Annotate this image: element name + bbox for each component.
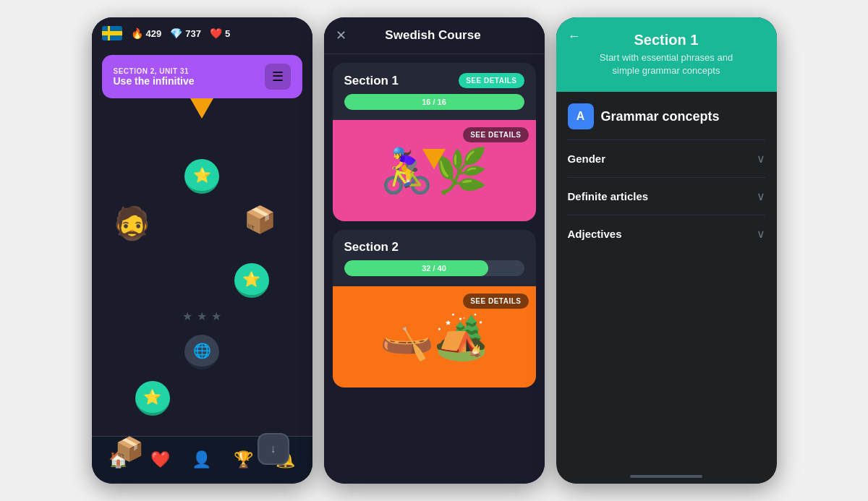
detail-header: ← Section 1 Start with essential phrases… [556, 17, 777, 92]
close-button[interactable]: ✕ [336, 27, 346, 43]
section-2-name: Section 2 [344, 240, 399, 254]
section-1-image: 🚴‍♀️🌿 SEE DETAILS [333, 120, 536, 221]
unit-notification[interactable]: SECTION 2, UNIT 31 Use the infinitive ☰ [102, 55, 302, 98]
grammar-section-header: A Grammar concepts [568, 103, 765, 129]
section-1-see-details[interactable]: SEE DETAILS [459, 73, 524, 88]
concept-gender[interactable]: Gender ∨ [568, 140, 765, 177]
notification-label: SECTION 2, UNIT 31 [114, 67, 195, 75]
grammar-icon: A [568, 103, 594, 129]
arrow-pointer [190, 98, 213, 119]
streak-icon: 🔥 [131, 27, 143, 39]
detail-section-title: Section 1 [568, 32, 765, 48]
home-indicator [92, 482, 312, 484]
game-map-screen: 🔥 429 💎 737 ❤️ 5 SECTION 2, UNIT 31 Use … [92, 17, 312, 484]
detail-content: A Grammar concepts Gender ∨ Definite art… [556, 92, 777, 264]
course-content: Section 1 SEE DETAILS 16 / 16 🚴‍♀️🌿 SEE … [324, 54, 545, 480]
section-2-image: 🛶🏕️ SEE DETAILS [333, 286, 536, 387]
section-detail-screen: ← Section 1 Start with essential phrases… [556, 17, 777, 484]
section-1-info: Section 1 SEE DETAILS 16 / 16 [333, 63, 536, 120]
section-2-progress: 32 / 40 [344, 264, 524, 273]
section-2-image-overlay: SEE DETAILS [463, 294, 528, 307]
stat-gems: 💎 737 [170, 27, 201, 39]
section-1-progress: 16 / 16 [344, 98, 524, 106]
notification-title: Use the infinitive [114, 75, 195, 87]
bottom-chest[interactable]: 📦 [115, 435, 144, 463]
grammar-section-title: Grammar concepts [601, 109, 720, 124]
stat-hearts: ❤️ 5 [210, 27, 230, 39]
map-node-star-1[interactable]: ⭐ [184, 159, 219, 194]
npc-character: 🧔 [112, 205, 152, 242]
scroll-down-button[interactable]: ↓ [258, 433, 289, 465]
section-2-card: Section 2 32 / 40 🛶🏕️ SEE DETAILS [333, 230, 536, 387]
concept-definite-articles-label: Definite articles [568, 190, 649, 202]
flag-icon [102, 26, 122, 40]
section-1-image-see-details[interactable]: SEE DETAILS [463, 127, 528, 142]
map-node-star-3[interactable]: ⭐ [135, 381, 170, 416]
game-header: 🔥 429 💎 737 ❤️ 5 [92, 17, 312, 49]
section-2-info: Section 2 32 / 40 [333, 230, 536, 286]
concept-adjectives-label: Adjectives [568, 228, 622, 240]
hearts-icon: ❤️ [210, 27, 222, 39]
gems-icon: 💎 [170, 27, 182, 39]
back-button[interactable]: ← [568, 29, 581, 44]
section-1-name: Section 1 [344, 74, 399, 88]
section-1-image-overlay: SEE DETAILS [463, 127, 528, 140]
home-indicator-3 [556, 469, 777, 484]
gender-chevron-icon: ∨ [757, 152, 765, 166]
home-indicator-2 [324, 480, 545, 484]
detail-section-description: Start with essential phrases andsimple g… [568, 51, 765, 77]
concept-definite-articles[interactable]: Definite articles ∨ [568, 177, 765, 215]
empty-stars: ★★★ [182, 309, 221, 323]
course-title: Swedish Course [355, 28, 511, 43]
map-area: ⭐ 🧔 📦 ⭐ ★★★ [92, 104, 312, 474]
course-header: ✕ Swedish Course [324, 17, 545, 54]
concept-gender-label: Gender [568, 153, 606, 165]
concept-adjectives[interactable]: Adjectives ∨ [568, 215, 765, 252]
definite-articles-chevron-icon: ∨ [757, 189, 765, 203]
notification-menu-icon: ☰ [265, 64, 291, 90]
section-2-image-see-details[interactable]: SEE DETAILS [463, 294, 528, 309]
adjectives-chevron-icon: ∨ [757, 227, 765, 241]
section-1-card: Section 1 SEE DETAILS 16 / 16 🚴‍♀️🌿 SEE … [333, 63, 536, 221]
map-node-star-2[interactable]: ⭐ [234, 263, 269, 298]
stat-streak: 🔥 429 [131, 27, 162, 39]
chest-icon[interactable]: 📦 [244, 205, 276, 235]
course-screen: ✕ Swedish Course Section 1 SEE DETAILS 1… [324, 17, 545, 484]
map-node-locked-1[interactable]: 🌐 [184, 335, 219, 369]
